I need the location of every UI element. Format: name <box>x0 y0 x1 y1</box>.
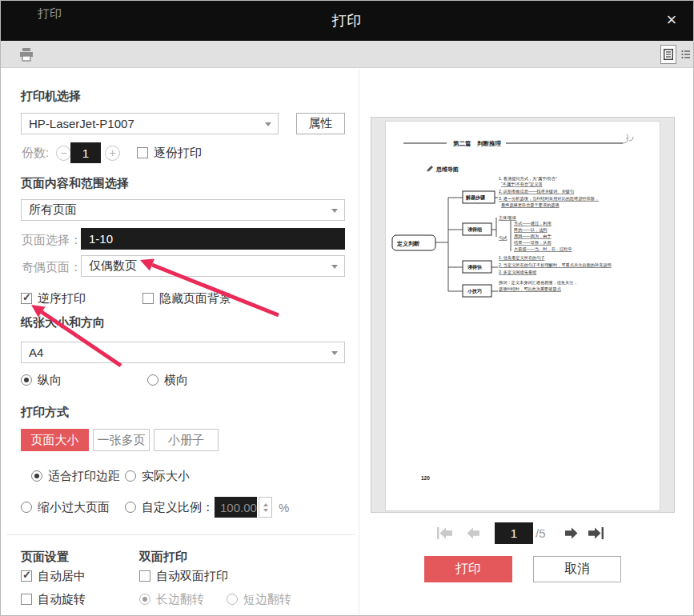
page-select-label: 页面选择： <box>22 233 82 248</box>
page-setup-header: 页面设置 <box>21 550 69 565</box>
preview-page-number: 120 <box>421 475 430 481</box>
auto-duplex-label: 自动双面打印 <box>156 569 228 584</box>
tab-page-size[interactable]: 页面大小 <box>21 429 89 451</box>
reverse-print-checkbox[interactable] <box>21 293 32 304</box>
careful-line: 结果——导致，从而 <box>514 240 552 246</box>
properties-button[interactable]: 属性 <box>296 113 345 134</box>
copies-minus-icon[interactable]: − <box>56 146 71 161</box>
portrait-label: 纵向 <box>38 373 62 388</box>
spinner-up-icon[interactable] <box>263 503 268 506</box>
steps-line: “不属于/不符合”定义等 <box>501 182 543 187</box>
collate-checkbox[interactable] <box>137 147 148 158</box>
print-button[interactable]: 打印 <box>424 556 512 582</box>
outline-view-toggle-icon[interactable] <box>678 45 694 64</box>
steps-line: 1. 看清提问方式，为“属于/符合” <box>499 176 557 182</box>
odd-even-select[interactable]: 仅偶数页 <box>81 255 345 277</box>
caret-down-icon <box>331 265 338 269</box>
paper-section-header: 纸张大小和方向 <box>21 315 105 330</box>
caret-down-icon <box>265 122 271 126</box>
spinner-down-icon[interactable] <box>263 509 268 512</box>
custom-scale-radio[interactable] <box>125 502 136 513</box>
auto-rotate-checkbox[interactable] <box>21 594 32 605</box>
dialog-title: 打印 <box>332 11 363 30</box>
preview-page-content: 第二篇 判断推理 思维导图 定义判断 解题步骤 1. 看清提 <box>386 122 660 510</box>
tab-multiple-per-sheet[interactable]: 一张多页 <box>93 429 150 451</box>
careful-line: 大前提——当…时，在…过程中 <box>514 246 572 252</box>
preview-chapter-header: 第二篇 判断推理 <box>452 140 502 147</box>
nav-page-total: /5 <box>536 526 546 540</box>
careful-line: 目的——以，达到 <box>514 227 548 233</box>
range-section-header: 页面内容和范围选择 <box>21 176 129 191</box>
long-edge-radio[interactable] <box>139 594 150 605</box>
fast-line: 1. 优先看定义所在的句子 <box>499 255 545 261</box>
print-preview-page[interactable]: 第二篇 判断推理 思维导图 定义判断 解题步骤 1. 看清提 <box>385 121 660 511</box>
nav-next-icon[interactable] <box>564 526 580 540</box>
printer-select[interactable]: HP-LaserJet-P1007 <box>21 113 279 134</box>
tab-booklet[interactable]: 小册子 <box>154 429 219 451</box>
auto-center-checkbox[interactable] <box>21 570 32 582</box>
auto-duplex-checkbox[interactable] <box>139 570 150 582</box>
careful-line: 原因——因为，由于 <box>514 234 552 239</box>
careful-sentence: 句式 <box>499 235 507 241</box>
custom-scale-stepper[interactable] <box>259 497 272 518</box>
page-scope-select[interactable]: 所有页面 <box>21 199 345 221</box>
printer-icon <box>19 47 34 62</box>
auto-center-label: 自动居中 <box>38 569 86 584</box>
copies-plus-icon[interactable]: + <box>105 146 120 161</box>
duplex-header: 双面打印 <box>139 550 187 565</box>
long-edge-label: 长边翻转 <box>156 592 204 607</box>
hide-background-label: 隐藏页面背景 <box>159 291 231 306</box>
fast-line: 2. 当定义所在的句子不好理解时，可重点关注后面的补充说明 <box>499 262 612 268</box>
pencil-icon <box>427 166 433 172</box>
branch-careful-label: 读得细 <box>467 226 482 233</box>
branch-tips-label: 小技巧 <box>467 288 482 294</box>
section-divider <box>7 534 355 535</box>
nav-page-input[interactable]: 1 <box>495 522 533 544</box>
fast-line: 3. 多定义间啥先看啥 <box>499 270 536 275</box>
steps-line: 2. 识别有效信息——找准关键词、关键句 <box>499 189 574 194</box>
header-ornament-icon <box>623 134 633 143</box>
dialog-titlebar: 打印 <box>1 1 693 41</box>
close-icon[interactable]: × <box>661 10 682 31</box>
fit-margins-radio[interactable] <box>31 470 42 482</box>
paper-size-value: A4 <box>29 346 43 359</box>
portrait-radio[interactable] <box>21 374 32 386</box>
toolbar-print-label: 打印 <box>38 6 62 22</box>
page-range-input[interactable]: 1-10 <box>81 228 345 250</box>
hide-background-checkbox[interactable] <box>142 293 154 304</box>
page-scope-value: 所有页面 <box>29 202 77 218</box>
nav-last-icon[interactable] <box>587 526 604 540</box>
reverse-print-label: 逆序打印 <box>38 291 86 306</box>
page-view-toggle-icon[interactable] <box>660 45 676 64</box>
collate-label: 逐份打印 <box>154 146 202 161</box>
caret-down-icon <box>331 351 338 355</box>
printer-section-header: 打印机选择 <box>21 89 81 104</box>
tips-line: 拆词：定义本身词汇通俗易懂，优先关注， <box>499 280 578 286</box>
steps-line: 最终选择更符合题干要求的选项 <box>501 202 560 208</box>
percent-label: % <box>279 501 289 514</box>
careful-head: 主体/客体 <box>499 215 516 221</box>
tips-line: 选项纠结时，可以此为重要破题点 <box>499 286 562 292</box>
print-preview-area: 第二篇 判断推理 思维导图 定义判断 解题步骤 1. 看清提 <box>371 117 675 513</box>
nav-prev-icon[interactable] <box>465 526 481 540</box>
landscape-radio[interactable] <box>147 374 158 386</box>
auto-rotate-label: 自动旋转 <box>38 592 86 607</box>
actual-size-radio[interactable] <box>125 470 136 482</box>
steps-line: 3. 逐一分析选项，当纠结时采用对比的思维进行排除， <box>499 196 599 202</box>
landscape-label: 横向 <box>164 373 188 388</box>
nav-first-icon[interactable] <box>436 526 454 540</box>
custom-scale-input[interactable]: 100.00 <box>215 497 257 518</box>
cancel-button[interactable]: 取消 <box>533 556 621 582</box>
fit-margins-label: 适合打印边距 <box>48 469 120 484</box>
copies-input[interactable]: 1 <box>70 142 101 163</box>
odd-even-value: 仅偶数页 <box>89 258 137 274</box>
panel-divider <box>359 69 359 616</box>
branch-fast-label: 读得快 <box>467 264 483 270</box>
shrink-oversized-radio[interactable] <box>21 502 32 513</box>
paper-size-select[interactable]: A4 <box>21 342 345 363</box>
odd-even-label: 奇偶页面： <box>22 260 82 275</box>
short-edge-label: 短边翻转 <box>243 592 291 607</box>
short-edge-radio[interactable] <box>227 594 238 605</box>
actual-size-label: 实际大小 <box>142 469 190 484</box>
careful-line: 方式——通过，利用 <box>514 221 552 226</box>
